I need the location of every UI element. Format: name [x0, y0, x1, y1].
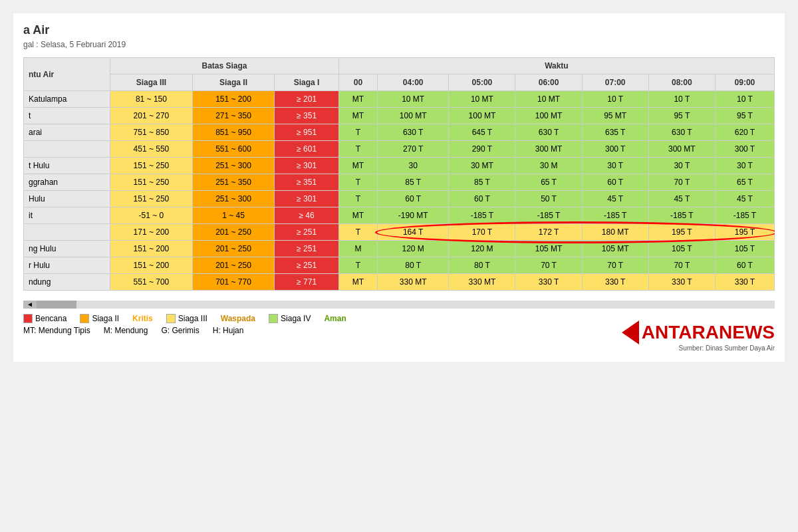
legend-g: G: Gerimis	[161, 326, 199, 335]
table-row: 451 ~ 550551 ~ 600≥ 601T270 T290 T300 MT…	[24, 141, 775, 158]
cell-siaga2: 201 ~ 250	[192, 241, 275, 257]
cell-siaga2: 1 ~ 45	[192, 207, 275, 224]
cell-time-t05: 10 MT	[449, 91, 515, 108]
table-row: arai751 ~ 850851 ~ 950≥ 951T630 T645 T63…	[24, 124, 775, 141]
antara-source: Sumber: Dinas Sumber Daya Air	[622, 344, 775, 352]
cell-pintu-name: t	[24, 108, 110, 124]
cell-time-t05: 60 T	[449, 191, 515, 207]
cell-siaga1: ≥ 251	[275, 241, 339, 257]
legend-kritis-label: Kritis	[132, 314, 153, 323]
cell-time-t09: 105 T	[715, 241, 774, 257]
cell-siaga1: ≥ 46	[275, 207, 339, 224]
cell-siaga3: 201 ~ 270	[110, 108, 193, 124]
cell-time-t04: 630 T	[378, 124, 449, 141]
cell-time-t05: 645 T	[449, 124, 515, 141]
cell-pintu-name	[24, 224, 110, 241]
legend-row-2: MT: Mendung Tipis M: Mendung G: Gerimis …	[23, 326, 346, 335]
cell-time-t08: 330 T	[648, 274, 715, 291]
cell-time-t06: 105 MT	[515, 241, 582, 257]
table-row: r Hulu151 ~ 200201 ~ 250≥ 251T80 T80 T70…	[24, 257, 775, 274]
cell-siaga3: -51 ~ 0	[110, 207, 193, 224]
cell-time-t04: 60 T	[378, 191, 449, 207]
cell-time-t04: 85 T	[378, 174, 449, 191]
header-siaga3: Siaga III	[110, 74, 193, 91]
cell-time-t08: 105 T	[648, 241, 715, 257]
header-pintu-air: ntu Air	[24, 58, 110, 91]
legend-siaga2: Siaga II	[80, 314, 119, 323]
cell-time-t06: 50 T	[515, 191, 582, 207]
cell-time-t00: T	[338, 191, 377, 207]
cell-time-t07: 105 MT	[582, 241, 648, 257]
table-wrapper[interactable]: ntu Air Batas Siaga Waktu Siaga III Siag…	[23, 57, 775, 291]
header-t08: 08:00	[648, 74, 715, 91]
cell-siaga3: 151 ~ 250	[110, 191, 193, 207]
bottom-section: Bencana Siaga II Kritis Siaga III Waspad…	[23, 314, 775, 352]
cell-siaga1: ≥ 251	[275, 257, 339, 274]
cell-siaga1: ≥ 351	[275, 108, 339, 124]
cell-time-t04: 164 T	[378, 224, 449, 241]
cell-time-t00: MT	[338, 207, 377, 224]
scrollbar-track[interactable]	[37, 301, 775, 309]
table-row: ndung551 ~ 700701 ~ 770≥ 771MT330 MT330 …	[24, 274, 775, 291]
scroll-left-arrow[interactable]: ◄	[23, 301, 37, 309]
cell-time-t06: 630 T	[515, 124, 582, 141]
cell-time-t08: 70 T	[648, 257, 715, 274]
header-t00: 00	[338, 74, 377, 91]
cell-time-t06: -185 T	[515, 207, 582, 224]
antara-logo-container: ANTARANEWS	[622, 321, 775, 344]
cell-time-t09: -185 T	[715, 207, 774, 224]
cell-time-t08: 10 T	[648, 91, 715, 108]
legend-siaga2-label: Siaga II	[92, 314, 119, 323]
page-date: gal : Selasa, 5 Februari 2019	[23, 40, 775, 49]
cell-time-t05: 80 T	[449, 257, 515, 274]
table-row: ng Hulu151 ~ 200201 ~ 250≥ 251M120 M120 …	[24, 241, 775, 257]
header-t04: 04:00	[378, 74, 449, 91]
cell-time-t00: MT	[338, 158, 377, 174]
cell-pintu-name: ng Hulu	[24, 241, 110, 257]
legend-waspada-label: Waspada	[221, 314, 255, 323]
cell-pintu-name: it	[24, 207, 110, 224]
scrollbar-thumb[interactable]	[37, 301, 76, 309]
cell-time-t08: 195 T	[648, 224, 715, 241]
cell-time-t05: 30 MT	[449, 158, 515, 174]
legend-area: Bencana Siaga II Kritis Siaga III Waspad…	[23, 314, 346, 338]
cell-time-t06: 300 MT	[515, 141, 582, 158]
table-row: Katulampa81 ~ 150151 ~ 200≥ 201MT10 MT10…	[24, 91, 775, 108]
cell-siaga1: ≥ 771	[275, 274, 339, 291]
cell-time-t09: 620 T	[715, 124, 774, 141]
cell-pintu-name: arai	[24, 124, 110, 141]
cell-time-t07: -185 T	[582, 207, 648, 224]
cell-time-t04: 30	[378, 158, 449, 174]
header-batas-siaga: Batas Siaga	[110, 58, 339, 74]
legend-waspada: Waspada	[221, 314, 255, 323]
cell-time-t08: -185 T	[648, 207, 715, 224]
cell-siaga3: 751 ~ 850	[110, 124, 193, 141]
cell-siaga3: 81 ~ 150	[110, 91, 193, 108]
cell-siaga3: 451 ~ 550	[110, 141, 193, 158]
cell-siaga3: 151 ~ 200	[110, 257, 193, 274]
cell-time-t00: MT	[338, 274, 377, 291]
cell-time-t09: 300 T	[715, 141, 774, 158]
cell-time-t00: T	[338, 257, 377, 274]
cell-pintu-name: Katulampa	[24, 91, 110, 108]
cell-time-t09: 95 T	[715, 108, 774, 124]
cell-time-t07: 30 T	[582, 158, 648, 174]
cell-siaga2: 201 ~ 250	[192, 224, 275, 241]
legend-aman: Aman	[324, 314, 346, 323]
header-t06: 06:00	[515, 74, 582, 91]
cell-time-t09: 30 T	[715, 158, 774, 174]
cell-siaga2: 551 ~ 600	[192, 141, 275, 158]
header-t07: 07:00	[582, 74, 648, 91]
cell-siaga1: ≥ 201	[275, 91, 339, 108]
antara-logo: ANTARANEWS	[622, 321, 775, 344]
header-siaga1: Siaga I	[275, 74, 339, 91]
legend-siaga4-color	[269, 314, 278, 323]
legend-mt: MT: Mendung Tipis	[23, 326, 90, 335]
legend-bencana-label: Bencana	[35, 314, 66, 323]
cell-siaga2: 271 ~ 350	[192, 108, 275, 124]
cell-time-t08: 300 MT	[648, 141, 715, 158]
cell-time-t05: 170 T	[449, 224, 515, 241]
cell-siaga2: 701 ~ 770	[192, 274, 275, 291]
legend-siaga4-label: Siaga IV	[281, 314, 311, 323]
cell-time-t00: M	[338, 241, 377, 257]
